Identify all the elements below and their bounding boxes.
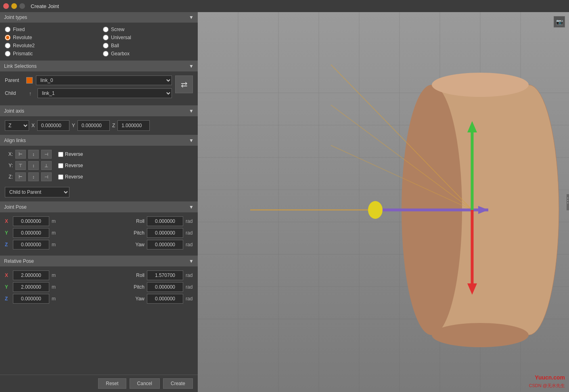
axis-x-input[interactable] bbox=[37, 120, 69, 131]
radio-revolute[interactable]: Revolute bbox=[5, 35, 95, 40]
radio-universal[interactable]: Universal bbox=[103, 35, 193, 40]
pose-y-input[interactable] bbox=[13, 228, 49, 238]
watermark: Yuucn.com bbox=[535, 374, 565, 381]
axis-y-input[interactable] bbox=[77, 120, 110, 131]
joint-pose-label: Joint Pose bbox=[4, 204, 27, 210]
minimize-button[interactable] bbox=[11, 3, 17, 9]
grid-svg bbox=[198, 12, 569, 392]
radio-screw[interactable]: Screw bbox=[103, 27, 193, 32]
relative-pose-header[interactable]: Relative Pose ▼ bbox=[0, 256, 198, 266]
radio-revolute-label: Revolute bbox=[13, 35, 32, 40]
rel-x-unit: m bbox=[52, 273, 59, 278]
align-y-btn1[interactable]: ⊤ bbox=[15, 161, 26, 170]
joint-axis-chevron: ▼ bbox=[189, 108, 194, 114]
radio-fixed-input[interactable] bbox=[5, 27, 10, 32]
rel-z-row: Z m Yaw rad bbox=[5, 294, 193, 304]
radio-gearbox-input[interactable] bbox=[103, 51, 109, 57]
align-x-checkbox[interactable] bbox=[58, 152, 63, 157]
axis-z-input[interactable] bbox=[117, 120, 150, 131]
radio-revolute2[interactable]: Revolute2 bbox=[5, 43, 95, 48]
cancel-button[interactable]: Cancel bbox=[130, 378, 160, 389]
parent-color-box bbox=[26, 77, 33, 84]
align-x-btn2[interactable]: ↕ bbox=[28, 150, 39, 159]
radio-screw-input[interactable] bbox=[103, 27, 109, 32]
radio-fixed[interactable]: Fixed bbox=[5, 27, 95, 32]
radio-prismatic[interactable]: Prismatic bbox=[5, 51, 95, 57]
joint-pose-header[interactable]: Joint Pose ▼ bbox=[0, 202, 198, 212]
align-x-btn3[interactable]: ⊣ bbox=[41, 150, 52, 159]
link-selections-section: Parent link_0 Child ↑ link_1 ⇄ bbox=[0, 71, 198, 105]
pose-y-unit: m bbox=[52, 230, 59, 236]
align-x-btn1[interactable]: ⊢ bbox=[15, 150, 26, 159]
child-icon: ↑ bbox=[26, 90, 34, 96]
radio-screw-label: Screw bbox=[111, 27, 124, 32]
axis-select[interactable]: Z X Y bbox=[5, 120, 29, 131]
close-button[interactable] bbox=[3, 3, 9, 9]
reset-button[interactable]: Reset bbox=[98, 378, 126, 389]
align-z-reverse-label: Reverse bbox=[65, 174, 83, 180]
watermark2: CSDN @无水先生 bbox=[529, 383, 565, 389]
joint-axis-header[interactable]: Joint axis ▼ bbox=[0, 106, 198, 116]
parent-label: Parent bbox=[5, 78, 23, 83]
pose-pitch-label: Pitch bbox=[130, 230, 144, 236]
parent-select[interactable]: link_0 bbox=[36, 75, 172, 85]
align-z-btn3[interactable]: ⊣ bbox=[41, 172, 52, 181]
rel-x-input[interactable] bbox=[13, 270, 49, 280]
radio-revolute2-label: Revolute2 bbox=[13, 43, 35, 48]
camera-button[interactable]: 📷 bbox=[554, 16, 565, 27]
rel-z-input[interactable] bbox=[13, 294, 49, 304]
align-dropdown[interactable]: Child to Parent bbox=[5, 187, 69, 197]
link-selections-label: Link Selections bbox=[4, 63, 37, 69]
pose-z-input[interactable] bbox=[13, 240, 49, 249]
align-z-btn2[interactable]: ↕ bbox=[28, 172, 39, 181]
rel-z-unit: m bbox=[52, 296, 59, 302]
radio-prismatic-input[interactable] bbox=[5, 51, 10, 57]
align-y-checkbox[interactable] bbox=[58, 163, 63, 168]
rel-x-row: X m Roll rad bbox=[5, 270, 193, 280]
title-bar: Create Joint bbox=[0, 0, 569, 12]
align-y-reverse-label: Reverse bbox=[65, 163, 83, 168]
parent-row: Parent link_0 bbox=[5, 75, 172, 85]
pose-roll-input[interactable] bbox=[147, 216, 183, 226]
align-z-btn1[interactable]: ⊢ bbox=[15, 172, 26, 181]
drag-handle[interactable] bbox=[567, 194, 569, 210]
align-links-header[interactable]: Align links ▼ bbox=[0, 135, 198, 146]
joint-types-header[interactable]: Joint types ▼ bbox=[0, 12, 198, 23]
radio-ball[interactable]: Ball bbox=[103, 43, 193, 48]
joint-pose-chevron: ▼ bbox=[189, 204, 194, 210]
swap-button[interactable]: ⇄ bbox=[175, 75, 193, 93]
radio-revolute2-input[interactable] bbox=[5, 43, 10, 48]
viewport[interactable]: 📷 Yuucn.com CSDN @无水先生 bbox=[198, 12, 569, 392]
rel-roll-unit: rad bbox=[186, 273, 193, 278]
align-links-section: X: ⊢ ↕ ⊣ Reverse Y: ⊤ ↕ ⊥ Reverse bbox=[0, 146, 198, 201]
radio-ball-input[interactable] bbox=[103, 43, 109, 48]
pose-roll-unit: rad bbox=[186, 218, 193, 224]
pose-pitch-unit: rad bbox=[186, 230, 193, 236]
maximize-button[interactable] bbox=[19, 3, 25, 9]
pose-x-input[interactable] bbox=[13, 216, 49, 226]
rel-y-row: Y m Pitch rad bbox=[5, 282, 193, 292]
camera-icon: 📷 bbox=[556, 19, 563, 25]
child-select[interactable]: link_1 bbox=[38, 88, 172, 98]
radio-revolute-input[interactable] bbox=[5, 35, 10, 40]
create-button[interactable]: Create bbox=[163, 378, 193, 389]
left-panel: Joint types ▼ Fixed Screw Revolute bbox=[0, 12, 198, 392]
link-selections-header[interactable]: Link Selections ▼ bbox=[0, 61, 198, 71]
rel-y-input[interactable] bbox=[13, 282, 49, 292]
align-y-btn2[interactable]: ↕ bbox=[28, 161, 39, 170]
pose-x-label: X bbox=[5, 218, 10, 224]
rel-yaw-input[interactable] bbox=[147, 294, 183, 304]
pose-pitch-input[interactable] bbox=[147, 228, 183, 238]
align-y-btn3[interactable]: ⊥ bbox=[41, 161, 52, 170]
rel-roll-input[interactable] bbox=[147, 270, 183, 280]
radio-universal-input[interactable] bbox=[103, 35, 109, 40]
pose-yaw-input[interactable] bbox=[147, 240, 183, 249]
radio-gearbox[interactable]: Gearbox bbox=[103, 51, 193, 57]
align-y-label: Y: bbox=[5, 163, 13, 168]
align-z-checkbox[interactable] bbox=[58, 174, 63, 180]
radio-universal-label: Universal bbox=[111, 35, 131, 40]
align-z-label: Z: bbox=[5, 174, 13, 180]
child-label: Child bbox=[5, 90, 23, 96]
radio-grid: Fixed Screw Revolute Universal Revolute2 bbox=[5, 27, 193, 57]
rel-pitch-input[interactable] bbox=[147, 282, 183, 292]
